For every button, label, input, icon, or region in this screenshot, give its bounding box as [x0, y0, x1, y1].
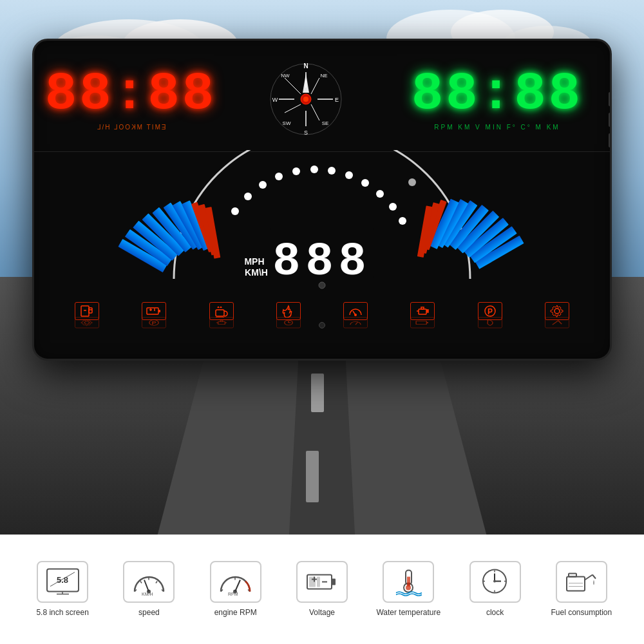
svg-line-33 [311, 104, 319, 120]
voltage-icon-box [296, 561, 348, 603]
reflect-icon5 [343, 317, 368, 328]
arc-dots [231, 166, 416, 225]
speed-icon: KM/H [131, 565, 167, 598]
svg-text:W: W [272, 97, 278, 103]
compass: N E S W NE SE SW NW [258, 51, 354, 147]
reflect-engine-icon [209, 317, 234, 328]
reflect-icon8 [545, 317, 569, 328]
compass-svg: N E S W NE SE SW NW [267, 61, 345, 138]
svg-rect-103 [218, 321, 225, 324]
svg-point-78 [319, 282, 325, 289]
svg-point-91 [354, 314, 357, 316]
svg-point-45 [328, 167, 336, 175]
rpm-icon: RPM [218, 565, 253, 598]
svg-rect-112 [427, 322, 429, 323]
svg-point-50 [399, 217, 406, 225]
svg-text:SW: SW [283, 120, 291, 126]
svg-line-32 [311, 78, 319, 94]
clock-label: clock [486, 608, 504, 618]
feature-fuel: Fuel consumption [541, 561, 621, 618]
rpm-icon-box: RPM [210, 561, 261, 603]
svg-rect-140 [309, 577, 316, 587]
svg-line-113 [553, 321, 558, 325]
svg-rect-83 [147, 308, 158, 314]
lcd-left-label: EMIT MKOOL H\L [96, 124, 166, 131]
svg-text:SE: SE [322, 120, 329, 126]
svg-text:NE: NE [320, 73, 327, 79]
screen-size-icon-box: 5.8 [37, 561, 88, 603]
svg-line-157 [592, 575, 596, 579]
svg-line-34 [285, 104, 301, 113]
reflect-icon7 [478, 317, 502, 328]
svg-text:KM\H: KM\H [245, 267, 268, 278]
svg-line-114 [558, 321, 562, 324]
svg-line-110 [355, 322, 358, 325]
hud-device: 88:88 EMIT MKOOL H\L N E S W NE SE SW NW [32, 39, 612, 361]
feature-voltage: Voltage [281, 561, 362, 618]
svg-text:MPH: MPH [244, 256, 264, 267]
rpm-label: engine RPM [214, 608, 257, 618]
svg-point-46 [345, 171, 353, 179]
feature-water-temp: Water temperature [368, 561, 449, 618]
lcd-right-label: RPM KM V MIN F° C° M KM [434, 124, 560, 131]
features-section: 5.8 5.8 inch screen KM/H speed [0, 535, 644, 644]
svg-text:NW: NW [281, 73, 290, 79]
svg-line-130 [235, 580, 240, 592]
voltage-icon [304, 565, 339, 598]
left-blue-bars [118, 200, 220, 272]
svg-line-122 [144, 580, 149, 592]
svg-text:RPM: RPM [228, 592, 238, 596]
lcd-display-left: 88:88 EMIT MKOOL H\L [47, 54, 214, 144]
feature-speed: KM/H speed [109, 561, 189, 618]
svg-rect-136 [332, 579, 336, 585]
speedometer-svg: MPH KM\H 888 [97, 150, 547, 292]
svg-point-99 [554, 308, 560, 314]
svg-rect-104 [220, 321, 223, 322]
reflect-icon4 [276, 317, 301, 328]
svg-rect-93 [421, 307, 424, 309]
svg-text:P: P [488, 307, 493, 316]
lcd-right-digits: 88:88 [412, 68, 583, 121]
lcd-left-digits: 88:88 [45, 68, 216, 121]
svg-text:E: E [335, 97, 339, 103]
svg-text:P: P [152, 321, 156, 325]
svg-text:KM/H: KM/H [142, 592, 153, 596]
voltage-label: Voltage [309, 608, 335, 618]
reflect-icon6 [410, 317, 435, 328]
water-temp-icon [391, 565, 426, 598]
display-top: 88:88 EMIT MKOOL H\L N E S W NE SE SW NW [34, 41, 610, 150]
svg-rect-141 [317, 577, 320, 587]
svg-line-126 [140, 582, 142, 583]
svg-line-35 [285, 78, 301, 94]
speed-label: speed [138, 608, 160, 618]
svg-line-156 [585, 575, 592, 580]
svg-point-41 [259, 181, 267, 189]
button-2[interactable] [609, 113, 612, 127]
button-3[interactable] [609, 133, 612, 147]
svg-rect-84 [158, 310, 160, 312]
svg-rect-88 [216, 310, 224, 316]
svg-point-37 [303, 97, 308, 102]
clock-icon-box [469, 561, 521, 603]
svg-rect-154 [567, 577, 585, 591]
reflect-settings-icon [75, 317, 99, 328]
svg-rect-155 [569, 574, 576, 577]
fuel-icon [564, 565, 599, 598]
svg-marker-38 [303, 73, 309, 93]
svg-rect-79 [81, 306, 89, 316]
svg-rect-17 [306, 451, 319, 502]
svg-point-42 [275, 173, 283, 180]
screen-size-label: 5.8 inch screen [36, 608, 88, 618]
fuel-label: Fuel consumption [551, 608, 612, 618]
clock-icon [477, 565, 513, 598]
svg-point-39 [231, 207, 239, 215]
device-wrapper: 88:88 EMIT MKOOL H\L N E S W NE SE SW NW [32, 39, 612, 399]
svg-rect-92 [419, 309, 426, 314]
svg-point-44 [310, 166, 318, 173]
right-blue-bars [417, 199, 524, 269]
svg-point-51 [408, 178, 416, 186]
button-1[interactable] [609, 92, 612, 106]
lcd-display-right: 88:88 RPM KM V MIN F° C° M KM [397, 54, 597, 144]
svg-text:N: N [303, 62, 308, 70]
svg-text:888: 888 [272, 236, 372, 289]
